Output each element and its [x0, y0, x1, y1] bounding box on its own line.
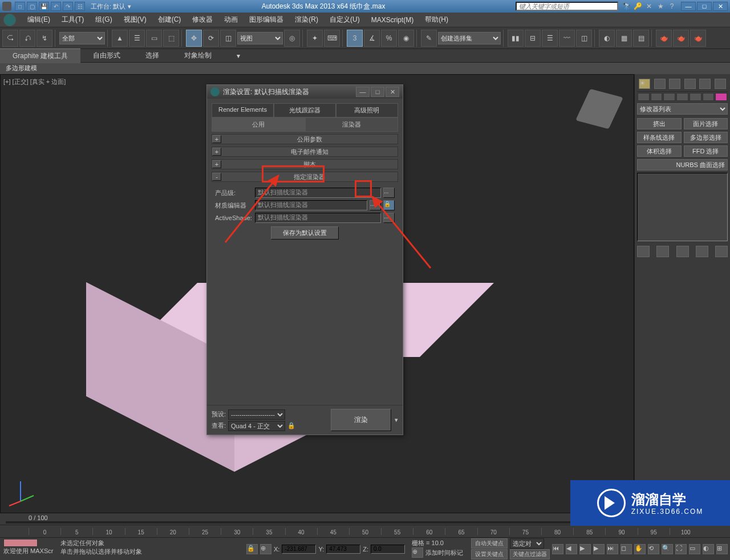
max-viewport-icon[interactable]: ⊞ — [716, 544, 728, 554]
redo-icon[interactable]: ↷ — [63, 2, 73, 11]
ribbon-panel-polymodeling[interactable]: 多边形建模 — [0, 63, 730, 74]
ribbon-expand-icon[interactable]: ▾ — [224, 50, 253, 62]
z-coord-input[interactable] — [371, 545, 405, 554]
zoom-icon[interactable]: 🔍 — [662, 544, 673, 554]
new-icon[interactable]: □ — [15, 2, 25, 11]
choose-activeshade-renderer-button[interactable]: ... — [383, 213, 395, 223]
remove-modifier-icon[interactable] — [696, 246, 708, 257]
menu-rendering[interactable]: 渲染(R) — [289, 13, 324, 27]
help-icon[interactable]: ? — [667, 2, 676, 11]
pan-icon[interactable]: ✋ — [634, 544, 646, 554]
help-search-input[interactable] — [516, 2, 618, 11]
snap-icon[interactable]: 3 — [347, 30, 363, 47]
move-icon[interactable]: ✥ — [186, 30, 202, 47]
exchange-icon[interactable]: ✕ — [644, 2, 654, 11]
schematic-icon[interactable]: ◫ — [576, 30, 592, 47]
link-icon[interactable]: ⮎ — [2, 30, 18, 47]
maximize-button[interactable]: □ — [697, 2, 712, 11]
named-selection-sets[interactable]: 创建选择集 — [438, 32, 501, 44]
goto-end-icon[interactable]: ⏭ — [607, 544, 618, 554]
dialog-titlebar[interactable]: 渲染设置: 默认扫描线渲染器 — □ ✕ — [207, 85, 403, 99]
render-production-icon[interactable]: 🫖 — [656, 30, 672, 47]
rotate-icon[interactable]: ⟳ — [203, 30, 219, 47]
viewport-label[interactable]: [+] [正交] [真实 + 边面] — [3, 78, 66, 86]
menu-grapheditors[interactable]: 图形编辑器 — [244, 13, 289, 27]
zoom-region-icon[interactable]: ▭ — [689, 544, 700, 554]
workspace-selector[interactable]: 工作台: 默认▾ — [91, 2, 131, 11]
render-last-icon[interactable]: 🫖 — [690, 30, 706, 47]
modifier-stack[interactable] — [637, 173, 728, 241]
key-filters-dropdown[interactable]: 选定对 — [510, 538, 544, 549]
set-key-button[interactable]: 设置关键点 — [471, 549, 508, 559]
pin-stack-icon[interactable] — [637, 246, 650, 257]
make-unique-icon[interactable] — [676, 246, 689, 257]
unlink-icon[interactable]: ⮏ — [19, 30, 35, 47]
ribbon-tab-selection[interactable]: 选择 — [133, 48, 172, 63]
application-menu-button[interactable] — [3, 14, 16, 26]
tab-render-elements[interactable]: Render Elements — [212, 103, 274, 117]
btn-extrude[interactable]: 挤出 — [637, 118, 682, 129]
signin-icon[interactable]: 🔑 — [633, 2, 642, 11]
curve-editor-icon[interactable]: 〰 — [559, 30, 575, 47]
menu-create[interactable]: 创建(C) — [152, 13, 187, 27]
pivot-icon[interactable]: ◎ — [284, 30, 300, 47]
select-region-icon[interactable]: ▭ — [146, 30, 162, 47]
dialog-close-button[interactable]: ✕ — [386, 87, 399, 97]
motion-panel-icon[interactable] — [684, 79, 696, 89]
tab-common[interactable]: 公用 — [212, 117, 305, 132]
binoculars-icon[interactable]: 🔭 — [622, 2, 631, 11]
play-icon[interactable]: ▶ — [579, 544, 591, 554]
rollout-email[interactable]: +电子邮件通知 — [212, 147, 398, 157]
spinner-snap-icon[interactable]: ◉ — [398, 30, 414, 47]
tab-raytracer[interactable]: 光线跟踪器 — [274, 103, 336, 117]
btn-polysel[interactable]: 多边形选择 — [684, 132, 728, 143]
select-icon[interactable]: ▲ — [112, 30, 128, 47]
manipulate-icon[interactable]: ✦ — [307, 30, 323, 47]
orbit-icon[interactable]: ⟲ — [648, 544, 659, 554]
btn-nurbs[interactable]: NURBS 曲面选择 — [637, 159, 728, 171]
selection-filter[interactable]: 全部 — [59, 32, 105, 44]
menu-edit[interactable]: 编辑(E) — [22, 13, 56, 27]
timeline-ruler[interactable]: 0510152025303540455055606570758085909510… — [0, 525, 730, 537]
menu-tools[interactable]: 工具(T) — [56, 13, 90, 27]
menu-help[interactable]: 帮助(H) — [419, 13, 454, 27]
hierarchy-panel-icon[interactable] — [669, 79, 680, 89]
render-frame-icon[interactable]: ▤ — [633, 30, 649, 47]
y-coord-input[interactable] — [326, 545, 360, 554]
choose-production-renderer-button[interactable]: ... — [383, 188, 395, 198]
time-tag-icon[interactable]: ⊕ — [412, 547, 423, 558]
rollout-common-params[interactable]: +公用参数 — [212, 134, 398, 144]
mirror-icon[interactable]: ▮▮ — [508, 30, 524, 47]
ribbon-tab-freeform[interactable]: 自由形式 — [80, 48, 133, 63]
rollout-assign-renderer[interactable]: -指定渲染器 — [212, 172, 398, 182]
tab-adv-lighting[interactable]: 高级照明 — [336, 103, 398, 117]
layers-icon[interactable]: ☰ — [542, 30, 558, 47]
editnamed-icon[interactable]: ✎ — [421, 30, 437, 47]
select-name-icon[interactable]: ☰ — [129, 30, 145, 47]
auto-key-button[interactable]: 自动关键点 — [471, 538, 508, 549]
modifier-list[interactable]: 修改器列表 — [637, 103, 728, 115]
btn-patchsel[interactable]: 面片选择 — [684, 118, 728, 129]
align-icon[interactable]: ⊟ — [525, 30, 541, 47]
render-setup-icon[interactable]: ▦ — [616, 30, 632, 47]
render-iterative-icon[interactable]: 🫖 — [673, 30, 689, 47]
btn-volsel[interactable]: 体积选择 — [637, 145, 682, 157]
menu-modifiers[interactable]: 修改器 — [186, 13, 218, 27]
prev-frame-icon[interactable]: ◀ — [566, 544, 577, 554]
dialog-maximize-button[interactable]: □ — [371, 87, 384, 97]
render-flyout-button[interactable]: ▾ — [395, 416, 398, 424]
menu-customize[interactable]: 自定义(U) — [324, 13, 366, 27]
keyboard-icon[interactable]: ⌨ — [324, 30, 340, 47]
ref-coord-system[interactable]: 视图 — [237, 32, 283, 44]
undo-icon[interactable]: ↶ — [51, 2, 61, 11]
create-panel-icon[interactable]: ☀ — [639, 79, 650, 89]
open-icon[interactable]: ▢ — [27, 2, 37, 11]
favorite-icon[interactable]: ★ — [656, 2, 665, 11]
project-icon[interactable]: ☷ — [75, 2, 85, 11]
menu-maxscript[interactable]: MAXScript(M) — [366, 14, 420, 26]
maxscript-mini-listener[interactable] — [3, 539, 38, 547]
fov-icon[interactable]: ◐ — [703, 544, 714, 554]
preset-dropdown[interactable]: --------------------- — [228, 409, 285, 420]
color-swatch[interactable] — [638, 93, 650, 101]
btn-ffdsel[interactable]: FFD 选择 — [684, 145, 728, 157]
